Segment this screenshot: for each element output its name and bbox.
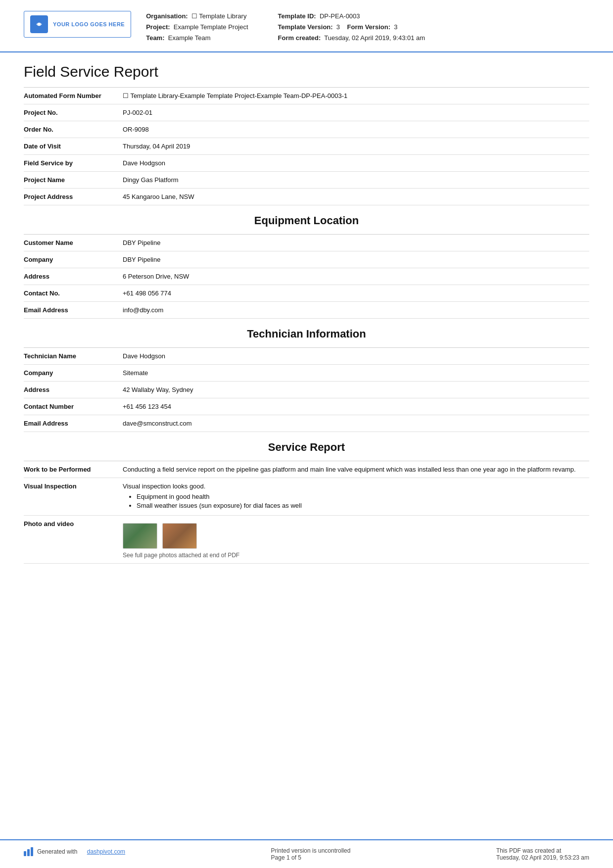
- photo-row: Photo and video See full page photos att…: [24, 516, 589, 564]
- field-label: Contact Number: [24, 398, 123, 415]
- field-value: Thursday, 04 April 2019: [123, 138, 589, 155]
- field-value: ☐ Template Library-Example Template Proj…: [123, 88, 589, 104]
- equipment-row: Contact No.+61 498 056 774: [24, 285, 589, 302]
- form-row: Field Service byDave Hodgson: [24, 155, 589, 172]
- photo-container: [123, 523, 584, 549]
- field-label: Email Address: [24, 415, 123, 432]
- inspection-bullets: Equipment in good healthSmall weather is…: [137, 493, 584, 509]
- field-value: Dave Hodgson: [123, 155, 589, 172]
- bullet-item: Small weather issues (sun exposure) for …: [137, 502, 584, 509]
- project-label: Project:: [146, 23, 170, 31]
- photo-thumb-2: [162, 523, 197, 549]
- field-label: Company: [24, 365, 123, 382]
- field-label: Address: [24, 268, 123, 285]
- logo-text: YOUR LOGO GOES HERE: [53, 21, 125, 27]
- technician-row: CompanySitemate: [24, 365, 589, 382]
- inspection-row: Visual Inspection Visual inspection look…: [24, 478, 589, 516]
- field-label: Project No.: [24, 104, 123, 121]
- inspection-label: Visual Inspection: [24, 478, 123, 516]
- field-value: Dingy Gas Platform: [123, 172, 589, 189]
- work-row: Work to be Performed Conducting a field …: [24, 461, 589, 478]
- form-row: Order No.OR-9098: [24, 121, 589, 138]
- form-row: Project Address45 Kangaroo Lane, NSW: [24, 189, 589, 205]
- field-value: dave@smconstruct.com: [123, 415, 589, 432]
- equipment-location-heading: Equipment Location: [24, 205, 589, 235]
- field-label: Customer Name: [24, 235, 123, 251]
- header-meta-right: Template ID: DP-PEA-0003 Template Versio…: [278, 11, 425, 44]
- equipment-row: Customer NameDBY Pipeline: [24, 235, 589, 251]
- footer-left: Generated with dashpivot.com: [24, 847, 125, 856]
- work-value: Conducting a field service report on the…: [123, 461, 589, 478]
- footer-middle-line2: Page 1 of 5: [271, 854, 351, 861]
- equipment-row: Address6 Peterson Drive, NSW: [24, 268, 589, 285]
- version-line: Template Version: 3 Form Version: 3: [278, 22, 425, 33]
- field-label: Contact No.: [24, 285, 123, 302]
- team-value: Example Team: [168, 34, 211, 42]
- main-content: Field Service Report Automated Form Numb…: [0, 52, 613, 839]
- logo-box: YOUR LOGO GOES HERE: [24, 11, 131, 38]
- header: YOUR LOGO GOES HERE Organisation: ☐ Temp…: [0, 0, 613, 52]
- field-value: 45 Kangaroo Lane, NSW: [123, 189, 589, 205]
- inspection-text: Visual inspection looks good.: [123, 482, 205, 490]
- footer-right-line2: Tuesday, 02 April 2019, 9:53:23 am: [496, 854, 589, 861]
- svg-point-1: [38, 23, 41, 26]
- template-id-line: Template ID: DP-PEA-0003: [278, 11, 425, 22]
- project-line: Project: Example Template Project: [146, 22, 248, 33]
- footer-middle-line1: Printed version is uncontrolled: [271, 847, 351, 854]
- equipment-table: Customer NameDBY PipelineCompanyDBY Pipe…: [24, 235, 589, 319]
- technician-table: Technician NameDave HodgsonCompanySitema…: [24, 348, 589, 432]
- technician-row: Address42 Wallaby Way, Sydney: [24, 382, 589, 398]
- dashpivot-link[interactable]: dashpivot.com: [87, 848, 125, 855]
- form-row: Automated Form Number☐ Template Library-…: [24, 88, 589, 104]
- field-label: Field Service by: [24, 155, 123, 172]
- field-value: info@dby.com: [123, 302, 589, 319]
- form-version-label: Form Version:: [347, 23, 390, 31]
- field-value: +61 498 056 774: [123, 285, 589, 302]
- field-label: Technician Name: [24, 348, 123, 365]
- header-meta-left: Organisation: ☐ Template Library Project…: [146, 11, 248, 44]
- logo-icon: [30, 15, 48, 33]
- field-value: 42 Wallaby Way, Sydney: [123, 382, 589, 398]
- footer-bar-3: [31, 847, 33, 856]
- field-value: Dave Hodgson: [123, 348, 589, 365]
- technician-row: Technician NameDave Hodgson: [24, 348, 589, 365]
- field-value: +61 456 123 454: [123, 398, 589, 415]
- bullet-item: Equipment in good health: [137, 493, 584, 500]
- photo-label: Photo and video: [24, 516, 123, 564]
- field-label: Email Address: [24, 302, 123, 319]
- field-value: OR-9098: [123, 121, 589, 138]
- generated-text: Generated with: [37, 848, 77, 855]
- footer-right-line1: This PDF was created at: [496, 847, 589, 854]
- field-label: Order No.: [24, 121, 123, 138]
- form-created-line: Form created: Tuesday, 02 April 2019, 9:…: [278, 33, 425, 44]
- footer-bar-1: [24, 851, 26, 856]
- field-value: PJ-002-01: [123, 104, 589, 121]
- project-value: Example Template Project: [174, 23, 248, 31]
- form-version-value: 3: [394, 23, 397, 31]
- field-value: DBY Pipeline: [123, 235, 589, 251]
- form-row: Project NameDingy Gas Platform: [24, 172, 589, 189]
- team-line: Team: Example Team: [146, 33, 248, 44]
- organisation-line: Organisation: ☐ Template Library: [146, 11, 248, 22]
- technician-row: Email Addressdave@smconstruct.com: [24, 415, 589, 432]
- template-id-label: Template ID:: [278, 12, 316, 20]
- header-meta: Organisation: ☐ Template Library Project…: [146, 11, 589, 44]
- technician-info-heading: Technician Information: [24, 319, 589, 348]
- photo-caption: See full page photos attached at end of …: [123, 552, 584, 559]
- inspection-value: Visual inspection looks good. Equipment …: [123, 478, 589, 516]
- template-version-label: Template Version:: [278, 23, 333, 31]
- form-created-value: Tuesday, 02 April 2019, 9:43:01 am: [324, 34, 425, 42]
- equipment-row: Email Addressinfo@dby.com: [24, 302, 589, 319]
- form-row: Project No.PJ-002-01: [24, 104, 589, 121]
- footer-middle: Printed version is uncontrolled Page 1 o…: [271, 847, 351, 861]
- field-label: Project Name: [24, 172, 123, 189]
- photo-value: See full page photos attached at end of …: [123, 516, 589, 564]
- team-label: Team:: [146, 34, 164, 42]
- form-row: Date of VisitThursday, 04 April 2019: [24, 138, 589, 155]
- form-created-label: Form created:: [278, 34, 321, 42]
- field-label: Automated Form Number: [24, 88, 123, 104]
- photo-thumb-1: [123, 523, 157, 549]
- work-label: Work to be Performed: [24, 461, 123, 478]
- organisation-value: ☐ Template Library: [191, 12, 246, 20]
- service-table: Work to be Performed Conducting a field …: [24, 461, 589, 564]
